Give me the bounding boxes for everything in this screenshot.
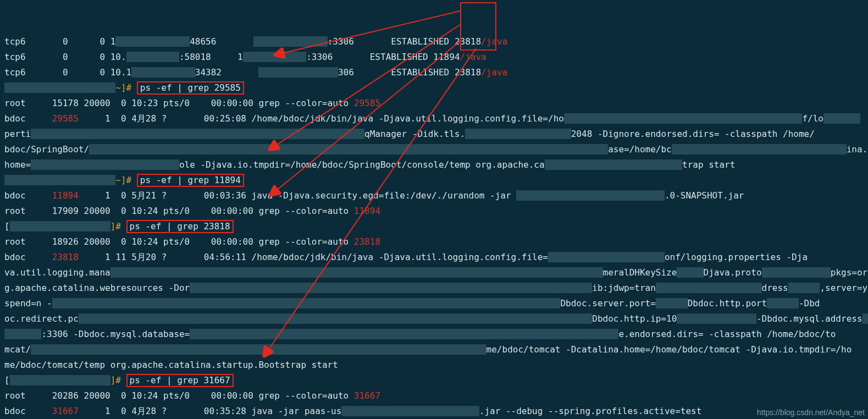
svg-line-3 — [264, 48, 476, 356]
watermark-text: https://blog.csdn.net/Andya_net — [757, 408, 865, 417]
terminal-output: tcp6 0 0 1xxxxxxxxxxxxxx48656 xxxxxxxxxx… — [0, 0, 868, 419]
svg-line-1 — [269, 25, 460, 150]
svg-line-2 — [270, 41, 460, 195]
svg-line-0 — [275, 11, 460, 55]
annotation-arrow — [0, 0, 868, 419]
